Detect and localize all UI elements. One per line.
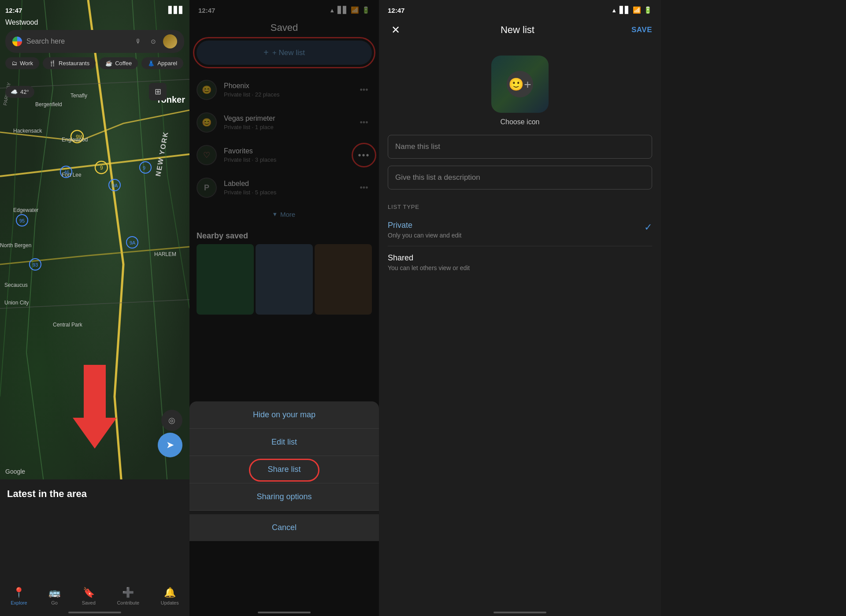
cancel-option[interactable]: Cancel — [189, 514, 379, 541]
lens-icon[interactable]: ⊙ — [148, 36, 159, 47]
private-info: Private Only you can view and edit — [388, 221, 461, 239]
name-input[interactable]: Name this list — [388, 135, 652, 159]
avatar[interactable] — [163, 34, 177, 48]
edit-list-option[interactable]: Edit list — [189, 429, 379, 456]
hide-label: Hide on your map — [253, 410, 315, 419]
extra-panel — [661, 0, 846, 616]
private-desc: Only you can view and edit — [388, 232, 461, 239]
signal-icon: ▋▋▋ — [168, 6, 184, 14]
latest-title: Latest in the area — [7, 488, 182, 500]
nav-contribute[interactable]: ➕ Contribute — [110, 585, 146, 607]
google-logo-icon — [12, 37, 22, 46]
description-input[interactable]: Give this list a description — [388, 166, 652, 189]
city-tenafly: Tenafly — [70, 93, 87, 99]
map-location: Westwood — [5, 19, 184, 26]
chip-coffee[interactable]: ☕Coffee — [99, 57, 138, 69]
nav-explore[interactable]: 📍 Explore — [4, 585, 34, 607]
svg-text:9A: 9A — [130, 240, 136, 245]
filter-chips: 🗂Work 🍴Restaurants ☕Coffee 👗Apparel — [5, 57, 184, 69]
city-edgewater: Edgewater — [13, 207, 38, 213]
work-icon: 🗂 — [11, 60, 17, 67]
svg-text:93: 93 — [33, 262, 38, 267]
chip-restaurants[interactable]: 🍴Restaurants — [43, 57, 96, 69]
chip-work[interactable]: 🗂Work — [5, 57, 39, 69]
nav-go-label: Go — [51, 600, 58, 605]
desc-placeholder: Give this list a description — [395, 173, 480, 182]
new-list-panel: 12:47 ▲ ▋▋ 📶 🔋 ✕ New list SAVE 🙂+ Choose… — [379, 0, 661, 616]
battery-newlist-icon: 🔋 — [644, 6, 652, 14]
nav-saved[interactable]: 🔖 Saved — [75, 585, 103, 607]
city-unioncity: Union City — [4, 300, 29, 306]
private-type-option[interactable]: Private Only you can view and edit ✓ — [379, 214, 661, 246]
shared-info: Shared You can let others view or edit — [388, 253, 470, 271]
signal-newlist-icon: ▋▋ — [620, 6, 630, 14]
status-bar: 12:47 ▋▋▋ — [5, 6, 184, 14]
explore-icon: 📍 — [13, 587, 25, 598]
nav-arrow-newlist: ▲ — [611, 7, 617, 14]
svg-text:95: 95 — [19, 218, 25, 223]
search-bar[interactable]: Search here 🎙 ⊙ — [5, 30, 184, 53]
shared-name: Shared — [388, 253, 470, 263]
city-centralpark: Central Park — [53, 322, 82, 328]
smiley-plus-icon: 🙂+ — [508, 77, 531, 92]
city-secaucus: Secaucus — [4, 282, 28, 288]
navigation-button[interactable]: ◎ — [161, 410, 182, 431]
saved-panel: 12:47 ▲ ▋▋ 📶 🔋 Saved + + New list 😊 Phoe… — [189, 0, 379, 616]
layers-button[interactable]: ⊞ — [149, 83, 167, 100]
status-icons-newlist: ▲ ▋▋ 📶 🔋 — [611, 6, 652, 14]
search-action-icons: 🎙 ⊙ — [133, 34, 177, 48]
new-list-title: New list — [501, 24, 534, 36]
context-menu: Hide on your map Edit list Share list Sh… — [189, 401, 379, 541]
search-placeholder: Search here — [26, 37, 129, 45]
svg-text:9: 9 — [100, 165, 103, 171]
compass-icon: ◎ — [168, 416, 175, 425]
city-hackensack: Hackensack — [13, 128, 42, 134]
share-list-option[interactable]: Share list — [189, 456, 379, 483]
nav-saved-label: Saved — [82, 600, 96, 605]
close-button[interactable]: ✕ — [388, 22, 404, 38]
nav-explore-label: Explore — [11, 600, 27, 605]
save-button[interactable]: SAVE — [631, 26, 652, 34]
wifi-newlist-icon: 📶 — [633, 6, 641, 14]
city-englewood: Englewood — [62, 137, 88, 143]
checkmark-icon: ✓ — [644, 222, 652, 233]
red-arrow-indicator — [73, 365, 117, 449]
temperature: 42° — [20, 89, 29, 95]
coffee-icon: ☕ — [105, 60, 112, 67]
sharing-options-label: Sharing options — [256, 492, 312, 501]
go-icon: 🚌 — [48, 587, 60, 598]
cancel-label: Cancel — [272, 523, 297, 532]
city-harlem: HARLEM — [154, 251, 176, 257]
home-indicator-newlist — [494, 612, 546, 613]
mic-icon[interactable]: 🎙 — [133, 36, 144, 47]
directions-fab[interactable]: ➤ — [158, 433, 182, 457]
svg-text:9: 9 — [143, 165, 145, 171]
map-top-overlay: 12:47 ▋▋▋ Westwood Search here 🎙 ⊙ 🗂Work… — [0, 0, 189, 73]
directions-icon: ➤ — [166, 439, 174, 451]
layers-icon: ⊞ — [155, 87, 161, 96]
cloud-icon: ☁️ — [11, 89, 18, 95]
chip-apparel[interactable]: 👗Apparel — [141, 57, 183, 69]
home-indicator-saved — [258, 612, 311, 613]
menu-separator — [189, 511, 379, 514]
hide-on-map-option[interactable]: Hide on your map — [189, 401, 379, 429]
choose-icon-label: Choose icon — [501, 118, 540, 126]
home-indicator — [68, 612, 121, 613]
nav-updates[interactable]: 🔔 Updates — [154, 585, 186, 607]
sharing-options-option[interactable]: Sharing options — [189, 483, 379, 511]
time-newlist: 12:47 — [388, 7, 404, 14]
shared-type-option[interactable]: Shared You can let others view or edit — [379, 246, 661, 278]
saved-icon: 🔖 — [83, 587, 95, 598]
apparel-icon: 👗 — [148, 60, 155, 67]
list-type-label: LIST TYPE — [379, 197, 661, 214]
city-northbergen: North Bergen — [0, 242, 31, 249]
icon-preview[interactable]: 🙂+ — [491, 56, 549, 113]
nav-go[interactable]: 🚌 Go — [41, 585, 67, 607]
status-bar-newlist: 12:47 ▲ ▋▋ 📶 🔋 — [379, 0, 661, 18]
nav-contribute-label: Contribute — [117, 600, 139, 605]
private-name: Private — [388, 221, 461, 230]
svg-text:9A: 9A — [112, 183, 118, 188]
name-placeholder: Name this list — [395, 142, 440, 151]
nav-updates-label: Updates — [161, 600, 179, 605]
share-label: Share list — [267, 465, 301, 474]
